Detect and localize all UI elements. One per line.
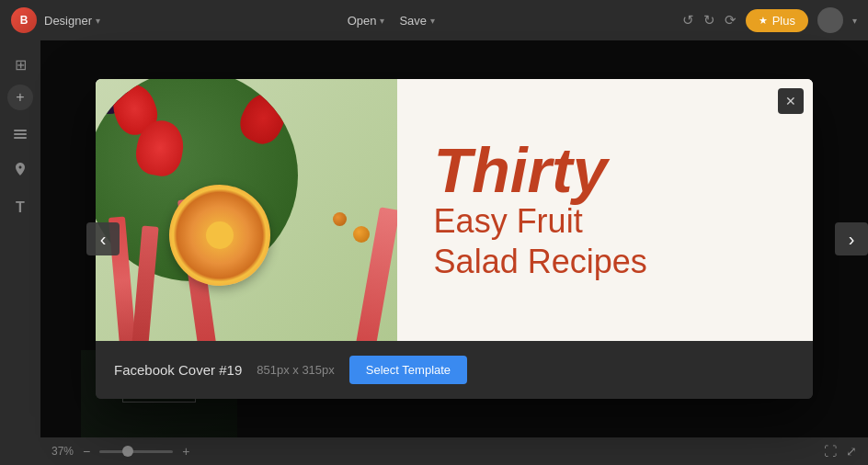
bottom-bar-right: ⛶ ⤢ (824, 444, 857, 459)
plus-label: Plus (772, 14, 795, 28)
app-logo[interactable]: B (11, 7, 37, 33)
orange-center (206, 221, 234, 249)
template-heading-thirty: Thirty (434, 139, 776, 201)
brand-menu[interactable]: Designer ▾ (44, 14, 100, 28)
zoom-slider[interactable] (99, 450, 173, 453)
zoom-minus-button[interactable]: − (83, 444, 90, 459)
sidebar-item-add[interactable]: + (7, 85, 33, 110)
nav-prev-button[interactable]: ‹ (86, 222, 120, 255)
template-name: Facebook Cover #19 (114, 362, 242, 378)
modal-footer: Facebook Cover #19 851px x 315px Select … (96, 341, 813, 399)
grid-icon: ⊞ (15, 56, 27, 74)
sidebar-item-layers[interactable] (4, 118, 37, 151)
location-icon (13, 163, 28, 179)
text-section: Thirty Easy Fruit Salad Recipes (397, 79, 813, 341)
modal-close-button[interactable]: ✕ (778, 88, 804, 114)
open-button[interactable]: Open ▾ (348, 14, 385, 28)
modal-card: ✕ (96, 79, 813, 399)
logo-letter: B (20, 14, 29, 27)
avatar-chevron[interactable]: ▾ (852, 16, 857, 26)
modal-overlay: ‹ ✕ (40, 40, 868, 437)
close-icon: ✕ (785, 94, 796, 108)
template-subtitle: Easy Fruit Salad Recipes (434, 201, 776, 280)
add-icon: + (16, 89, 24, 106)
toolbar-center: Open ▾ Save ▾ (108, 14, 675, 28)
expand-icon[interactable]: ⤢ (846, 444, 857, 459)
right-arrow-icon: › (849, 229, 855, 250)
redo-icon[interactable]: ↻ (703, 12, 715, 28)
svg-rect-0 (14, 130, 27, 131)
toolbar: B Designer ▾ Open ▾ Save ▾ ↺ ↻ ⟳ ★ Plus … (0, 0, 868, 40)
left-sidebar: ⊞ + T (0, 40, 40, 465)
cherry-tomato-1 (353, 226, 370, 243)
subtitle-line2: Salad Recipes (434, 243, 647, 280)
fit-icon[interactable]: ⛶ (824, 444, 837, 459)
zoom-percent-label: 37% (51, 445, 74, 458)
strawberry3 (234, 86, 292, 150)
sidebar-item-text[interactable]: T (4, 191, 37, 224)
fruit-image-section (96, 79, 397, 341)
nav-next-button[interactable]: › (835, 222, 868, 255)
repeat-icon[interactable]: ⟳ (725, 12, 737, 28)
toolbar-right: ↺ ↻ ⟳ ★ Plus ▾ (682, 7, 857, 33)
save-button[interactable]: Save ▾ (399, 14, 435, 28)
plus-star-icon: ★ (759, 15, 768, 27)
bottom-bar: 37% − + ⛶ ⤢ (40, 437, 868, 465)
subtitle-line1: Easy Fruit (434, 202, 583, 240)
svg-rect-1 (14, 133, 27, 135)
sidebar-item-location[interactable] (4, 154, 37, 187)
left-arrow-icon: ‹ (100, 229, 107, 250)
select-template-button[interactable]: Select Template (349, 356, 467, 384)
undo-icon[interactable]: ↺ (682, 12, 694, 28)
plus-button[interactable]: ★ Plus (746, 9, 808, 32)
cherry-tomato-2 (333, 212, 347, 226)
template-preview: Thirty Easy Fruit Salad Recipes (96, 79, 813, 341)
layers-icon (12, 126, 29, 142)
brand-chevron: ▾ (96, 16, 100, 26)
text-icon: T (16, 199, 25, 216)
brand-label: Designer (44, 14, 92, 28)
template-size: 851px x 315px (257, 363, 335, 377)
zoom-plus-button[interactable]: + (182, 444, 189, 459)
orange-slice (169, 185, 270, 286)
svg-rect-2 (14, 137, 27, 139)
sidebar-item-grid[interactable]: ⊞ (4, 48, 37, 81)
zoom-slider-container (99, 450, 173, 453)
avatar[interactable] (817, 7, 843, 33)
